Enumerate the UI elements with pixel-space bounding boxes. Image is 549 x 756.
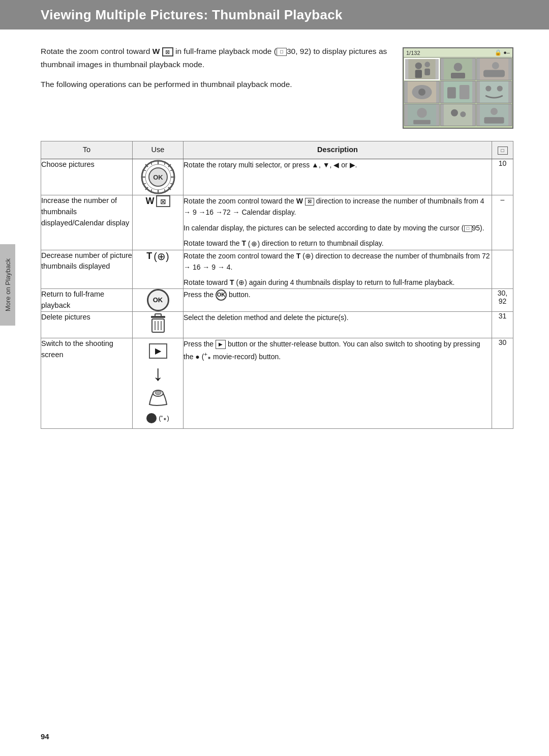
page-title: Viewing Multiple Pictures: Thumbnail Pla… [41,7,343,23]
delete-trash-icon [133,312,183,338]
trash-svg [148,312,168,334]
table-row: Return to full-frame playback OK Press t… [41,288,513,311]
svg-point-21 [417,108,427,118]
row4-page: 30,92 [492,288,513,311]
lcd-thumb-8 [440,104,476,126]
svg-rect-10 [483,70,505,77]
svg-rect-7 [451,73,465,78]
rotary-ok-svg: OK [140,159,176,195]
intro-para2: The following operations can be performe… [41,78,387,91]
th-page: □ [492,141,513,159]
svg-point-19 [497,85,503,91]
row4-to: Return to full-frame playback [41,288,133,311]
row6-page: 30 [492,338,513,428]
header-bar: Viewing Multiple Pictures: Thumbnail Pla… [0,0,549,30]
lcd-icons: 🔒 ●– [495,49,510,56]
row5-page: 31 [492,311,513,338]
w-box-icon: ⊠ [156,195,170,207]
svg-point-24 [451,109,458,117]
book-ref-icon: □ [277,48,287,56]
page-number: 94 [41,732,49,741]
intro-para1b: in full-frame playback mode ( [173,47,277,55]
table-row: Increase the number of thumbnails displa… [41,195,513,250]
svg-rect-23 [444,104,472,126]
row3-to: Decrease number of picture thumbnails di… [41,250,133,288]
svg-rect-2 [415,70,422,78]
svg-rect-17 [480,81,508,103]
row5-to: Delete pictures [41,311,133,338]
row3-desc: Rotate the zoom control toward the T (⊕)… [184,250,492,288]
row6-use: ▶ ↓ [133,338,184,428]
lcd-thumb-1 [404,58,440,80]
svg-point-27 [491,108,498,115]
page-container: Viewing Multiple Pictures: Thumbnail Pla… [0,0,549,756]
row2-desc: Rotate the zoom control toward the W ⊠ d… [184,195,492,250]
record-dot [146,413,157,423]
svg-point-6 [454,63,463,71]
svg-point-1 [415,63,422,69]
row1-page: 10 [492,159,513,195]
lcd-thumb-3 [476,58,512,80]
svg-rect-28 [484,117,504,124]
svg-rect-15 [447,87,456,98]
row1-to: Choose pictures [41,159,133,195]
sidebar-label: More on Playback [0,244,15,326]
th-description: Description [184,141,492,159]
lcd-frame-count: 1/132 [406,50,420,56]
svg-text:OK: OK [153,173,163,181]
rotary-ok-icon: OK [140,159,176,195]
lcd-thumb-7 [404,104,440,126]
table-row: Delete pictures [41,311,513,338]
svg-point-3 [424,62,430,67]
lcd-thumb-5 [440,81,476,103]
lcd-thumb-2 [440,58,476,80]
operations-table: To Use Description □ C [41,141,513,429]
svg-rect-4 [424,69,430,75]
t-q-icon: (⊕) [154,250,169,263]
row2-use: W ⊠ [133,195,184,250]
book-icon-header: □ [498,147,508,155]
w-zoom-icon: W ⊠ [133,195,183,207]
t-q-inline: (⊕) [248,238,260,249]
table-row: Choose pictures [41,159,513,195]
row4-use: OK [133,288,184,311]
row5-use [133,311,184,338]
book-ref-inline: □ [464,225,472,232]
th-to: To [41,141,133,159]
svg-point-13 [418,89,425,96]
row3-use: T (⊕) [133,250,184,288]
row1-desc: Rotate the rotary multi selector, or pre… [184,159,492,195]
row6-desc: Press the ▶ button or the shutter-releas… [184,338,492,428]
main-content: Rotate the zoom control toward W ⊠ in fu… [0,30,549,449]
play-inline-icon: ▶ [216,340,226,349]
row1-use: OK [133,159,184,195]
table-header-row: To Use Description □ [41,141,513,159]
shutter-release-icon [145,388,171,409]
lcd-thumb-6 [476,81,512,103]
t-zoom-icon: T (⊕) [133,250,183,263]
th-use: Use [133,141,184,159]
svg-rect-50 [155,314,161,316]
movie-record-icon: (⁺꘎) [146,413,169,423]
row2-page: – [492,195,513,250]
sidebar-text: More on Playback [4,258,12,311]
svg-rect-16 [460,85,470,99]
svg-point-56 [155,391,161,395]
intro-bold-w: W [152,47,160,55]
intro-para1: Rotate the zoom control toward [41,47,152,55]
intro-section: Rotate the zoom control toward W ⊠ in fu… [41,45,513,129]
table-row: Decrease number of picture thumbnails di… [41,250,513,288]
ok-inline-icon: OK [216,289,227,301]
row3-page [492,250,513,288]
play-button-icon: ▶ [149,343,167,359]
row4-desc: Press the OK button. [184,288,492,311]
row6-use-icons: ▶ ↓ [133,338,183,428]
svg-point-9 [492,62,499,69]
row6-to: Switch to the shooting screen [41,338,133,428]
intro-text: Rotate the zoom control toward W ⊠ in fu… [41,45,403,91]
table-row: Switch to the shooting screen ▶ ↓ [41,338,513,428]
arrow-down-icon: ↓ [152,363,163,384]
camera-lcd-display: 1/132 🔒 ●– [403,47,513,129]
row2-to: Increase the number of thumbnails displa… [41,195,133,250]
w-symbol-icon: ⊠ [162,47,173,56]
